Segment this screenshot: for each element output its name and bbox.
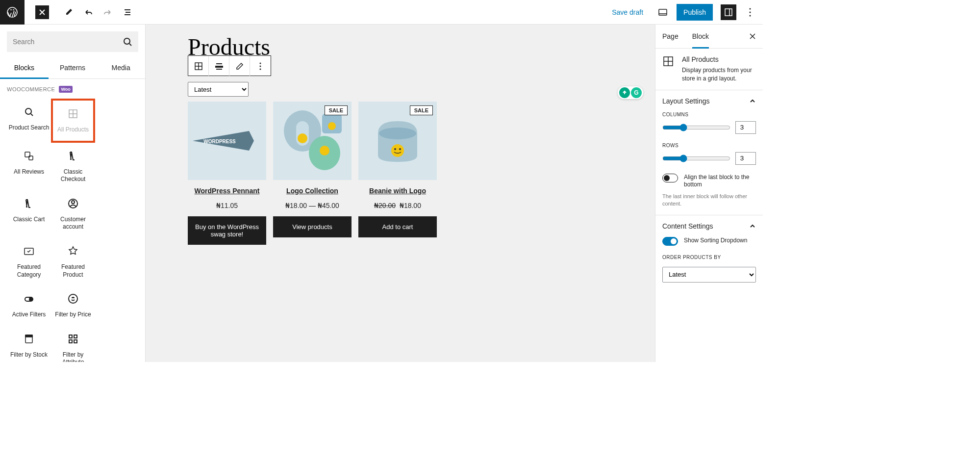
grammarly-widget[interactable]: G bbox=[618, 86, 643, 99]
columns-slider[interactable] bbox=[662, 124, 730, 131]
block-name: All Products bbox=[682, 55, 756, 63]
svg-point-34 bbox=[260, 69, 261, 70]
rows-input[interactable] bbox=[735, 152, 756, 165]
tab-patterns[interactable]: Patterns bbox=[49, 59, 97, 78]
block-item[interactable]: All Products bbox=[51, 99, 95, 143]
product-image[interactable]: SALE bbox=[358, 102, 437, 180]
product-card: WORDPRESSWordPress Pennant₦11.05Buy on t… bbox=[188, 102, 266, 245]
block-item[interactable]: Classic Cart bbox=[7, 190, 51, 238]
tab-blocks[interactable]: Blocks bbox=[0, 59, 49, 78]
block-icon bbox=[67, 292, 79, 305]
sorting-dropdown-label: Show Sorting Dropdown bbox=[684, 237, 747, 245]
svg-rect-20 bbox=[74, 335, 77, 338]
block-item[interactable]: Classic Checkout bbox=[51, 143, 95, 190]
preview-icon[interactable] bbox=[654, 3, 672, 21]
settings-panel-toggle[interactable] bbox=[721, 4, 736, 20]
product-card: SALEBeanie with Logo₦20.00 ₦18.00Add to … bbox=[358, 102, 437, 245]
block-search[interactable] bbox=[7, 31, 138, 52]
wordpress-logo[interactable] bbox=[0, 0, 25, 25]
block-item[interactable]: Active Filters bbox=[7, 285, 51, 326]
svg-rect-1 bbox=[659, 9, 667, 15]
block-item[interactable]: Filter by Attribute bbox=[51, 326, 95, 362]
block-icon bbox=[23, 197, 35, 210]
order-by-select[interactable]: Latest bbox=[662, 267, 756, 283]
align-icon[interactable] bbox=[209, 56, 229, 77]
block-description: Display products from your store in a gr… bbox=[682, 66, 756, 83]
block-toolbar bbox=[188, 55, 271, 76]
grammarly-g-icon: G bbox=[631, 87, 642, 98]
block-label: Classic Cart bbox=[13, 216, 45, 224]
editor-canvas[interactable]: Products Latest G WORDPRESSWordPress bbox=[146, 25, 655, 362]
block-icon bbox=[67, 197, 79, 210]
sort-dropdown[interactable]: Latest bbox=[188, 82, 249, 97]
block-item[interactable]: Customer account bbox=[51, 190, 95, 238]
svg-point-39 bbox=[298, 133, 307, 143]
block-icon bbox=[23, 333, 35, 345]
sorting-dropdown-toggle[interactable] bbox=[662, 237, 678, 246]
block-icon bbox=[67, 150, 79, 162]
block-icon bbox=[23, 245, 35, 258]
align-bottom-toggle[interactable] bbox=[662, 174, 678, 182]
align-bottom-label: Align the last block to the bottom bbox=[684, 174, 756, 189]
product-name[interactable]: WordPress Pennant bbox=[188, 187, 266, 195]
block-item[interactable]: Filter by Price bbox=[51, 285, 95, 326]
tab-media[interactable]: Media bbox=[97, 59, 145, 78]
block-item[interactable]: Featured Product bbox=[51, 238, 95, 285]
svg-rect-18 bbox=[25, 335, 32, 337]
block-type-icon[interactable] bbox=[188, 56, 209, 77]
category-label: WOOCOMMERCE bbox=[7, 86, 55, 92]
grammarly-arrow-icon bbox=[619, 87, 630, 98]
svg-point-5 bbox=[750, 15, 751, 16]
block-item[interactable]: Featured Category bbox=[7, 238, 51, 285]
block-label: Featured Category bbox=[8, 263, 50, 279]
svg-rect-30 bbox=[215, 66, 223, 68]
rows-label: ROWS bbox=[662, 143, 756, 148]
block-label: Featured Product bbox=[52, 263, 94, 279]
product-action-button[interactable]: Add to cart bbox=[358, 216, 437, 237]
block-item[interactable]: All Reviews bbox=[7, 143, 51, 190]
product-action-button[interactable]: Buy on the WordPress swag store! bbox=[188, 216, 266, 245]
product-name[interactable]: Logo Collection bbox=[273, 187, 352, 195]
svg-rect-31 bbox=[216, 69, 222, 70]
more-options-icon[interactable] bbox=[741, 3, 759, 21]
undo-icon[interactable] bbox=[79, 3, 97, 21]
block-label: Product Search bbox=[9, 124, 50, 132]
content-settings-header[interactable]: Content Settings bbox=[662, 222, 756, 230]
block-item[interactable]: Filter by Stock bbox=[7, 326, 51, 362]
close-inserter-button[interactable] bbox=[35, 5, 49, 19]
woo-badge: Woo bbox=[59, 86, 72, 93]
svg-rect-19 bbox=[69, 335, 72, 338]
columns-label: COLUMNS bbox=[662, 112, 756, 117]
rows-slider[interactable] bbox=[662, 155, 730, 162]
edit-block-icon[interactable] bbox=[229, 56, 250, 77]
sale-badge: SALE bbox=[325, 105, 348, 115]
product-name[interactable]: Beanie with Logo bbox=[358, 187, 437, 195]
svg-point-12 bbox=[72, 201, 75, 204]
block-item[interactable]: Product Search bbox=[7, 99, 51, 143]
save-draft-button[interactable]: Save draft bbox=[606, 4, 649, 20]
tab-block[interactable]: Block bbox=[692, 25, 714, 48]
close-settings-icon[interactable] bbox=[749, 33, 756, 40]
product-image[interactable]: WORDPRESS bbox=[188, 102, 266, 180]
layout-settings-header[interactable]: Layout Settings bbox=[662, 97, 756, 105]
more-block-options-icon[interactable] bbox=[250, 56, 271, 77]
document-outline-icon[interactable] bbox=[119, 3, 136, 21]
sale-badge: SALE bbox=[410, 105, 433, 115]
columns-input[interactable] bbox=[735, 121, 756, 134]
svg-rect-22 bbox=[74, 340, 77, 343]
tab-page[interactable]: Page bbox=[662, 25, 683, 48]
edit-icon[interactable] bbox=[60, 3, 77, 21]
settings-sidebar: Page Block All Products Display products… bbox=[655, 25, 763, 362]
publish-button[interactable]: Publish bbox=[677, 4, 713, 21]
product-action-button[interactable]: View products bbox=[273, 216, 352, 237]
svg-point-3 bbox=[750, 8, 751, 9]
svg-point-33 bbox=[260, 66, 261, 67]
product-image[interactable]: SALE bbox=[273, 102, 352, 180]
block-label: All Reviews bbox=[14, 168, 44, 176]
svg-point-47 bbox=[399, 148, 401, 150]
block-icon bbox=[23, 292, 35, 305]
svg-point-16 bbox=[69, 294, 77, 303]
product-card: SALELogo Collection₦18.00 — ₦45.00View p… bbox=[273, 102, 352, 245]
search-input[interactable] bbox=[13, 38, 123, 46]
block-label: Filter by Stock bbox=[10, 351, 48, 359]
